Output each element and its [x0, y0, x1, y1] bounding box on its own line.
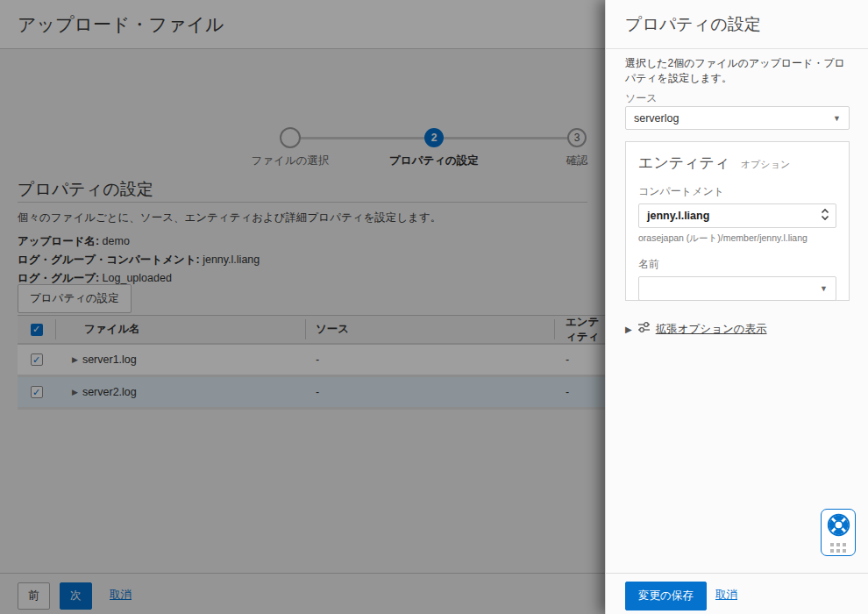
entity-title: エンティティ [638, 154, 729, 171]
entity-name-select[interactable]: ▼ [638, 276, 836, 301]
sliders-icon [637, 321, 651, 337]
compartment-select-value: jenny.l.liang [647, 210, 709, 222]
dropdown-caret-icon: ▼ [833, 114, 841, 123]
modal-dim-overlay [0, 0, 605, 614]
compartment-label: コンパートメント [638, 184, 836, 199]
source-label: ソース [625, 91, 658, 106]
help-widget[interactable] [821, 509, 856, 556]
advanced-options-toggle[interactable]: ▶ 拡張オプションの表示 [625, 321, 766, 337]
advanced-options-link: 拡張オプションの表示 [656, 322, 767, 337]
dropdown-caret-icon: ▼ [820, 284, 828, 293]
source-select[interactable]: serverlog ▼ [625, 106, 850, 130]
entity-section: エンティティ オプション コンパートメント jenny.l.liang oras… [625, 141, 850, 301]
panel-description: 選択した2個のファイルのアップロード・プロパティを設定します。 [625, 56, 850, 86]
panel-footer: 変更の保存 取消 [606, 573, 868, 614]
properties-panel: プロパティの設定 選択した2個のファイルのアップロード・プロパティを設定します。… [605, 0, 868, 614]
lifebuoy-help-icon [827, 513, 850, 540]
disclosure-caret-icon: ▶ [625, 325, 632, 334]
source-select-value: serverlog [634, 112, 679, 125]
compartment-select[interactable]: jenny.l.liang [638, 203, 836, 228]
entity-name-label: 名前 [638, 257, 836, 272]
panel-title: プロパティの設定 [625, 13, 761, 36]
drag-handle-dots-icon[interactable] [830, 543, 846, 553]
panel-cancel-link[interactable]: 取消 [715, 588, 737, 603]
updown-chevrons-icon [821, 208, 829, 225]
panel-divider [606, 48, 868, 49]
save-changes-button[interactable]: 変更の保存 [625, 582, 707, 610]
compartment-path: orasejapan (ルート)/member/jenny.l.liang [638, 232, 836, 245]
entity-optional-label: オプション [741, 159, 790, 169]
